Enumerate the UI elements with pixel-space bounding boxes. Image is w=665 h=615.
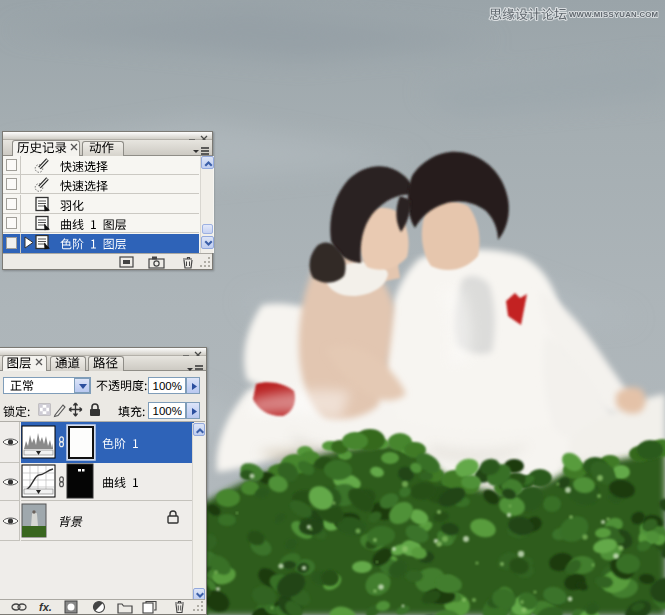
svg-text:fx.: fx. — [39, 601, 52, 613]
svg-text:WWW.MISSYUAN.COM: WWW.MISSYUAN.COM — [569, 10, 658, 19]
